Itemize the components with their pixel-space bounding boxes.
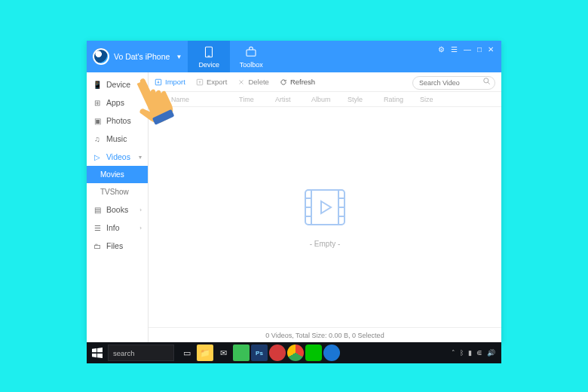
windows-icon xyxy=(92,348,103,358)
chevron-right-icon: › xyxy=(139,207,142,213)
windows-taskbar: search ▭ 📁 ✉ Ps ˄ ᛒ ▮ ⋐ 🔊 xyxy=(87,342,501,363)
svg-point-5 xyxy=(484,78,488,82)
tab-toolbox[interactable]: Toolbox xyxy=(230,41,272,72)
svg-rect-0 xyxy=(206,47,213,57)
tray-caret-icon[interactable]: ˄ xyxy=(452,349,455,357)
chevron-down-icon: ▼ xyxy=(176,54,182,60)
system-tray: ˄ ᛒ ▮ ⋐ 🔊 xyxy=(452,349,501,357)
line-icon[interactable] xyxy=(305,345,322,361)
delete-icon xyxy=(237,78,245,86)
import-button[interactable]: Import xyxy=(155,78,185,86)
skin-icon[interactable]: ☰ xyxy=(451,45,458,72)
minimize-button[interactable]: — xyxy=(464,45,471,72)
wifi-icon[interactable]: ⋐ xyxy=(476,349,482,357)
import-label: Import xyxy=(165,78,185,86)
device-name: Vo Dat's iPhone xyxy=(114,52,170,61)
search-box xyxy=(412,75,495,90)
videos-icon: ▷ xyxy=(93,152,102,161)
col-rating[interactable]: Rating xyxy=(379,96,415,103)
tab-device[interactable]: Device xyxy=(188,41,230,72)
import-icon xyxy=(155,78,162,86)
battery-icon[interactable]: ▮ xyxy=(468,349,472,357)
empty-state: - Empty - xyxy=(149,107,501,327)
tab-device-label: Device xyxy=(199,61,220,69)
opera-icon[interactable] xyxy=(269,345,286,361)
sidebar-item-label: Device xyxy=(106,80,130,89)
tablet-icon xyxy=(202,45,216,59)
files-icon: 🗀 xyxy=(93,241,102,250)
refresh-button[interactable]: Refresh xyxy=(280,78,315,86)
app-logo-icon xyxy=(93,48,109,65)
sidebar-item-label: Videos xyxy=(106,152,130,161)
select-all-checkbox[interactable] xyxy=(154,96,161,103)
toolbar: Import Export Delete Refresh xyxy=(149,72,501,92)
brand[interactable]: Vo Dat's iPhone ▼ xyxy=(87,41,188,72)
export-button[interactable]: Export xyxy=(196,78,227,86)
film-play-icon xyxy=(301,187,349,228)
settings-icon[interactable]: ⚙ xyxy=(438,45,445,72)
body: 📱Device ⊞Apps ▣Photos ♫Music ▷Videos▾ Mo… xyxy=(87,72,501,342)
delete-label: Delete xyxy=(248,78,268,86)
volume-icon[interactable]: 🔊 xyxy=(487,349,495,357)
tab-toolbox-label: Toolbox xyxy=(240,61,263,69)
chevron-right-icon: › xyxy=(139,225,142,231)
sidebar-item-label: Files xyxy=(106,241,123,250)
taskbar-search[interactable]: search xyxy=(108,345,174,361)
col-artist[interactable]: Artist xyxy=(271,96,307,103)
close-button[interactable]: ✕ xyxy=(488,45,494,72)
col-time[interactable]: Time xyxy=(234,96,271,103)
svg-rect-2 xyxy=(247,50,256,56)
bluetooth-icon[interactable]: ᛒ xyxy=(460,349,464,357)
delete-button[interactable]: Delete xyxy=(237,78,268,86)
status-text: 0 Videos, Total Size: 0.00 B, 0 Selected xyxy=(265,332,384,339)
col-name[interactable]: Name xyxy=(167,96,234,103)
window-controls: ⚙ ☰ — □ ✕ xyxy=(438,41,501,72)
photoshop-icon[interactable]: Ps xyxy=(251,345,268,361)
refresh-label: Refresh xyxy=(290,78,315,86)
col-size[interactable]: Size xyxy=(415,96,446,103)
sidebar-item-label: Books xyxy=(106,205,128,214)
info-icon: ☰ xyxy=(93,223,102,232)
music-icon: ♫ xyxy=(93,134,102,143)
top-tabs: Device Toolbox xyxy=(188,41,272,72)
sidebar-item-device[interactable]: 📱Device xyxy=(87,75,148,93)
column-headers: Name Time Artist Album Style Rating Size xyxy=(149,92,501,107)
sidebar: 📱Device ⊞Apps ▣Photos ♫Music ▷Videos▾ Mo… xyxy=(87,72,149,342)
app-icon-1[interactable] xyxy=(233,345,250,361)
task-view-icon[interactable]: ▭ xyxy=(179,345,195,361)
sidebar-item-books[interactable]: ▤Books› xyxy=(87,201,148,219)
sidebar-item-label: Apps xyxy=(106,98,124,107)
sidebar-sub-tvshow[interactable]: TVShow xyxy=(87,183,148,201)
empty-label: - Empty - xyxy=(310,240,341,248)
chevron-down-icon: ▾ xyxy=(139,154,142,161)
sidebar-item-label: Info xyxy=(106,223,120,232)
export-label: Export xyxy=(207,78,227,86)
itools-icon[interactable] xyxy=(323,345,340,361)
status-bar: 0 Videos, Total Size: 0.00 B, 0 Selected xyxy=(149,327,501,342)
sidebar-item-label: Music xyxy=(106,134,127,143)
start-button[interactable] xyxy=(87,342,108,363)
toolbox-icon xyxy=(244,45,258,59)
titlebar: Vo Dat's iPhone ▼ Device Toolbox ⚙ ☰ — □… xyxy=(87,41,501,72)
photos-icon: ▣ xyxy=(93,116,102,125)
device-icon: 📱 xyxy=(93,80,102,89)
sidebar-item-info[interactable]: ☰Info› xyxy=(87,219,148,237)
maximize-button[interactable]: □ xyxy=(477,45,482,72)
sidebar-item-videos[interactable]: ▷Videos▾ xyxy=(87,148,148,166)
col-album[interactable]: Album xyxy=(307,96,343,103)
sidebar-item-music[interactable]: ♫Music xyxy=(87,130,148,148)
explorer-icon[interactable]: 📁 xyxy=(197,345,213,361)
chrome-icon[interactable] xyxy=(287,345,304,361)
col-style[interactable]: Style xyxy=(343,96,379,103)
sidebar-sub-movies[interactable]: Movies xyxy=(87,166,148,183)
sidebar-item-label: Photos xyxy=(106,116,131,125)
sidebar-item-photos[interactable]: ▣Photos xyxy=(87,112,148,130)
apps-icon: ⊞ xyxy=(93,98,102,107)
sidebar-item-apps[interactable]: ⊞Apps xyxy=(87,93,148,112)
sidebar-item-files[interactable]: 🗀Files xyxy=(87,237,148,255)
main-panel: Import Export Delete Refresh xyxy=(149,72,501,342)
mail-icon[interactable]: ✉ xyxy=(215,345,231,361)
refresh-icon xyxy=(280,78,287,86)
export-icon xyxy=(196,78,204,86)
search-icon xyxy=(482,77,491,85)
